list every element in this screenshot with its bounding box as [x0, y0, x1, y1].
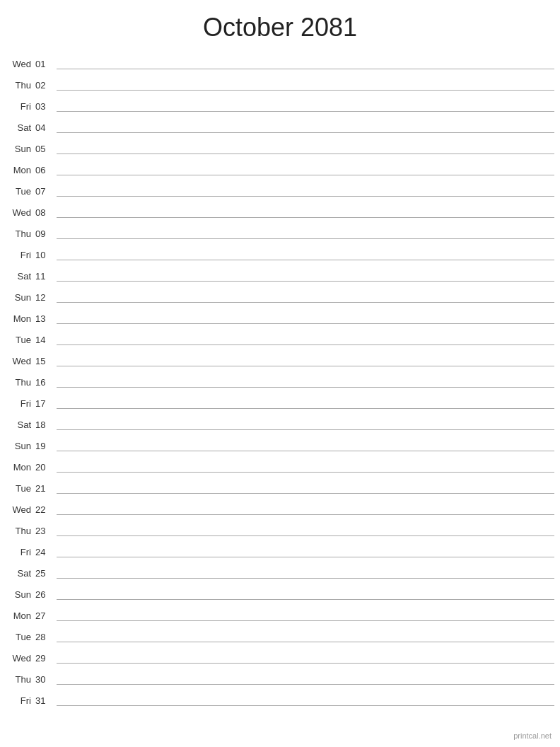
day-name: Tue [6, 186, 35, 197]
day-line [57, 369, 554, 388]
day-line [57, 93, 554, 112]
day-line [57, 72, 554, 91]
day-number: 12 [35, 292, 54, 303]
day-line [57, 157, 554, 175]
day-line [57, 475, 554, 494]
day-line [57, 327, 554, 345]
table-row: Tue21 [6, 474, 554, 495]
day-name: Fri [6, 695, 35, 706]
day-line [57, 454, 554, 473]
day-name: Thu [6, 674, 35, 685]
day-line [57, 560, 554, 579]
day-line [57, 199, 554, 218]
day-number: 25 [35, 568, 54, 579]
day-name: Thu [6, 377, 35, 388]
day-name: Sun [6, 292, 35, 303]
day-number: 08 [35, 207, 54, 218]
day-name: Thu [6, 80, 35, 91]
day-name: Wed [6, 59, 35, 69]
table-row: Sun26 [6, 580, 554, 601]
day-line [57, 263, 554, 282]
day-line [57, 624, 554, 642]
day-number: 23 [35, 526, 54, 536]
table-row: Fri31 [6, 686, 554, 707]
day-number: 17 [35, 398, 54, 409]
day-name: Fri [6, 398, 35, 409]
table-row: Sun19 [6, 432, 554, 453]
table-row: Thu16 [6, 368, 554, 389]
day-name: Mon [6, 462, 35, 473]
day-name: Sat [6, 568, 35, 579]
day-number: 21 [35, 483, 54, 494]
day-name: Sat [6, 122, 35, 133]
day-number: 05 [35, 144, 54, 154]
day-name: Wed [6, 653, 35, 664]
day-line [57, 688, 554, 706]
day-name: Wed [6, 504, 35, 515]
table-row: Sun05 [6, 134, 554, 156]
table-row: Wed01 [6, 50, 554, 71]
day-line [57, 242, 554, 260]
day-line [57, 539, 554, 557]
day-name: Tue [6, 483, 35, 494]
day-number: 18 [35, 419, 54, 430]
day-number: 06 [35, 165, 54, 175]
table-row: Wed08 [6, 198, 554, 219]
table-row: Sat18 [6, 410, 554, 432]
day-number: 22 [35, 504, 54, 515]
table-row: Fri24 [6, 538, 554, 559]
table-row: Sun12 [6, 283, 554, 304]
day-name: Thu [6, 228, 35, 239]
table-row: Thu09 [6, 219, 554, 241]
day-number: 16 [35, 377, 54, 388]
day-line [57, 178, 554, 197]
day-line [57, 581, 554, 600]
day-line [57, 645, 554, 664]
table-row: Wed22 [6, 495, 554, 516]
day-number: 19 [35, 441, 54, 451]
day-name: Sat [6, 419, 35, 430]
table-row: Thu02 [6, 71, 554, 92]
day-number: 10 [35, 250, 54, 260]
day-line [57, 433, 554, 451]
table-row: Mon13 [6, 304, 554, 325]
day-line [57, 221, 554, 239]
day-number: 03 [35, 101, 54, 112]
table-row: Tue14 [6, 325, 554, 347]
day-line [57, 666, 554, 685]
day-name: Wed [6, 356, 35, 366]
table-row: Mon20 [6, 453, 554, 474]
table-row: Sat04 [6, 113, 554, 134]
day-line [57, 306, 554, 324]
table-row: Sat11 [6, 262, 554, 283]
day-number: 27 [35, 610, 54, 621]
day-line [57, 51, 554, 69]
table-row: Wed29 [6, 644, 554, 665]
day-line [57, 518, 554, 536]
day-number: 15 [35, 356, 54, 366]
day-name: Sun [6, 144, 35, 154]
table-row: Mon06 [6, 156, 554, 177]
day-line [57, 348, 554, 366]
table-row: Fri10 [6, 241, 554, 262]
day-name: Fri [6, 547, 35, 557]
day-name: Fri [6, 250, 35, 260]
table-row: Fri17 [6, 389, 554, 410]
day-name: Tue [6, 335, 35, 345]
day-number: 01 [35, 59, 54, 69]
day-number: 07 [35, 186, 54, 197]
calendar-list: Wed01Thu02Fri03Sat04Sun05Mon06Tue07Wed08… [0, 50, 560, 707]
day-name: Tue [6, 632, 35, 642]
table-row: Thu23 [6, 516, 554, 538]
day-number: 14 [35, 335, 54, 345]
day-line [57, 136, 554, 154]
day-line [57, 497, 554, 515]
table-row: Tue07 [6, 177, 554, 198]
day-name: Thu [6, 526, 35, 536]
day-name: Fri [6, 101, 35, 112]
table-row: Mon27 [6, 601, 554, 622]
day-number: 02 [35, 80, 54, 91]
day-number: 28 [35, 632, 54, 642]
day-name: Mon [6, 165, 35, 175]
table-row: Thu30 [6, 665, 554, 686]
